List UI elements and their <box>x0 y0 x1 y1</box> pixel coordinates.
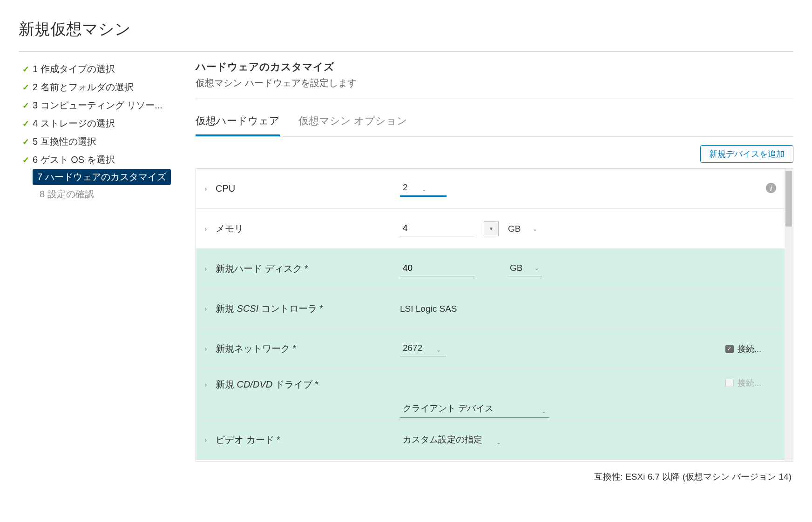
network-label: 新規ネットワーク * <box>216 342 296 355</box>
dialog-title: 新規仮想マシン <box>19 9 793 52</box>
network-select[interactable]: 2672 ⌄ <box>400 341 447 356</box>
chevron-down-icon: ⌄ <box>436 347 441 353</box>
chevron-right-icon[interactable]: › <box>204 185 216 193</box>
video-select[interactable]: カスタム設定の指定 ⌄ <box>400 432 504 448</box>
chevron-right-icon[interactable]: › <box>204 381 216 389</box>
memory-stepper[interactable]: ▼ <box>484 221 499 236</box>
cdrom-label: 新規 CD/DVD ドライブ * <box>216 378 318 391</box>
cdrom-connect-checkbox: 接続... <box>725 377 761 388</box>
check-icon: ✓ <box>19 82 33 93</box>
chevron-down-icon: ⌄ <box>422 186 426 193</box>
tab-vm-options[interactable]: 仮想マシン オプション <box>298 110 407 136</box>
chevron-down-icon: ⌄ <box>535 265 539 271</box>
scsi-value: LSI Logic SAS <box>400 304 457 314</box>
row-cdrom: › 新規 CD/DVD ドライブ * 接続... クライアント デバイス ⌄ <box>196 369 793 420</box>
row-network: › 新規ネットワーク * 2672 ⌄ ✓ 接続... <box>196 329 793 369</box>
check-icon: ✓ <box>19 119 33 129</box>
chevron-down-icon: ⌄ <box>496 439 501 446</box>
scrollbar[interactable] <box>785 169 793 461</box>
network-connect-checkbox[interactable]: ✓ 接続... <box>725 343 761 355</box>
step-5[interactable]: ✓5 互換性の選択 <box>19 133 182 151</box>
check-icon: ✓ <box>19 155 33 165</box>
chevron-right-icon[interactable]: › <box>204 265 216 273</box>
check-icon: ✓ <box>19 100 33 111</box>
row-cpu: › CPU 2 ⌄ <box>196 169 793 209</box>
step-3[interactable]: ✓3 コンピューティング リソー... <box>19 96 182 114</box>
hdd-unit-select[interactable]: GB ⌄ <box>507 261 542 276</box>
row-memory: › メモリ ▼ GB ⌄ <box>196 209 793 249</box>
step-4[interactable]: ✓4 ストレージの選択 <box>19 114 182 133</box>
checkbox-checked-icon: ✓ <box>725 345 734 353</box>
compatibility-footer: 互換性: ESXi 6.7 以降 (仮想マシン バージョン 14) <box>196 462 793 483</box>
memory-label: メモリ <box>216 222 244 235</box>
content-title: ハードウェアのカスタマイズ <box>196 60 793 77</box>
step-2[interactable]: ✓2 名前とフォルダの選択 <box>19 78 182 96</box>
hdd-size-input[interactable] <box>400 261 474 276</box>
row-video: › ビデオ カード * カスタム設定の指定 ⌄ <box>196 420 793 460</box>
scsi-label: 新規 SCSI コントローラ * <box>216 302 323 315</box>
scroll-thumb[interactable] <box>785 171 792 227</box>
content-subtitle: 仮想マシン ハードウェアを設定します <box>196 77 793 99</box>
step-1[interactable]: ✓1 作成タイプの選択 <box>19 60 182 78</box>
check-icon: ✓ <box>19 137 33 147</box>
add-device-button[interactable]: 新規デバイスを追加 <box>700 145 793 163</box>
memory-input[interactable] <box>400 221 474 236</box>
step-7-active[interactable]: 7 ハードウェアのカスタマイズ <box>33 169 171 185</box>
hardware-panel: i › CPU 2 ⌄ › メモリ <box>196 168 793 462</box>
tabs: 仮想ハードウェア 仮想マシン オプション <box>196 110 793 137</box>
chevron-down-icon: ⌄ <box>541 408 546 415</box>
hdd-label: 新規ハード ディスク * <box>216 262 308 275</box>
chevron-right-icon[interactable]: › <box>204 225 216 233</box>
chevron-right-icon[interactable]: › <box>204 436 216 444</box>
chevron-right-icon[interactable]: › <box>204 345 216 353</box>
tab-virtual-hardware[interactable]: 仮想ハードウェア <box>196 110 280 136</box>
wizard-steps-sidebar: ✓1 作成タイプの選択 ✓2 名前とフォルダの選択 ✓3 コンピューティング リ… <box>19 60 182 483</box>
row-scsi: › 新規 SCSI コントローラ * LSI Logic SAS <box>196 289 793 329</box>
chevron-down-icon: ⌄ <box>533 226 537 232</box>
check-icon: ✓ <box>19 64 33 74</box>
cpu-label: CPU <box>216 183 235 194</box>
cdrom-select[interactable]: クライアント デバイス ⌄ <box>400 401 549 418</box>
step-6[interactable]: ✓6 ゲスト OS を選択 <box>19 151 182 169</box>
step-8: 8 設定の確認 <box>40 185 182 203</box>
chevron-right-icon[interactable]: › <box>204 305 216 313</box>
row-hdd: › 新規ハード ディスク * GB ⌄ <box>196 249 793 289</box>
cpu-select[interactable]: 2 ⌄ <box>400 181 447 197</box>
video-label: ビデオ カード * <box>216 434 280 446</box>
checkbox-unchecked-icon <box>725 379 734 387</box>
memory-unit-select[interactable]: GB ⌄ <box>508 224 537 234</box>
